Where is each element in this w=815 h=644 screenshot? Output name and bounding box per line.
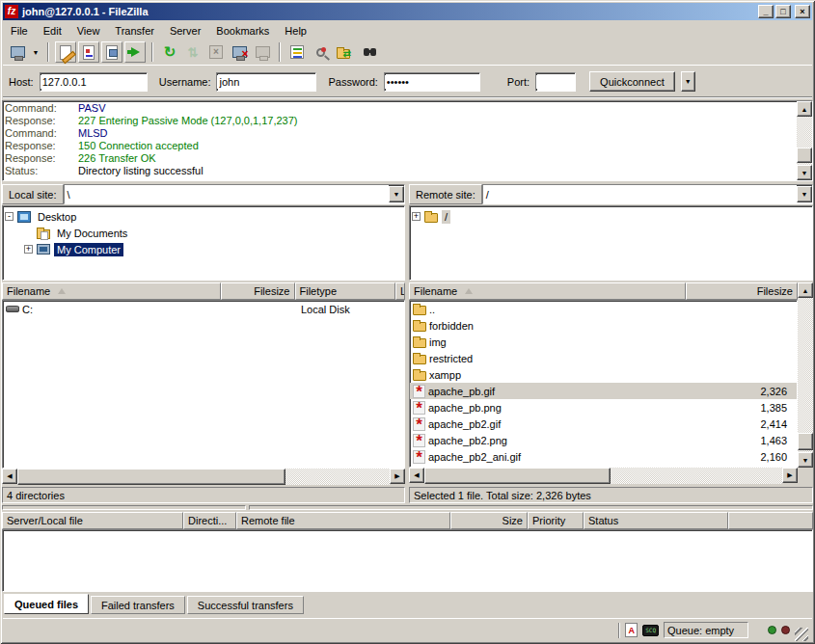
column-filesize[interactable]: Filesize	[221, 282, 295, 300]
combo-dropdown-icon[interactable]: ▼	[389, 186, 404, 202]
menu-view[interactable]: View	[69, 23, 108, 39]
tree-item-root[interactable]: + /	[412, 208, 810, 225]
image-file-icon	[413, 385, 425, 398]
maximize-button[interactable]: □	[775, 5, 791, 18]
process-queue-icon[interactable]: ⇅	[182, 41, 204, 63]
folder-icon	[413, 338, 426, 348]
expand-icon[interactable]: +	[24, 245, 33, 254]
collapse-icon[interactable]: -	[5, 212, 14, 221]
menu-file[interactable]: File	[3, 23, 36, 39]
message-log-lines: Command:PASV Response:227 Entering Passi…	[3, 101, 797, 180]
toggle-remote-tree-icon[interactable]	[101, 41, 122, 63]
log-vertical-scrollbar[interactable]: ▲ ▼	[797, 101, 812, 180]
remote-file-row-selected[interactable]: apache_pb.gif 2,326	[410, 383, 797, 399]
scroll-right-icon[interactable]: ▶	[390, 469, 405, 484]
quickconnect-button[interactable]: Quickconnect	[589, 71, 675, 92]
folder-icon	[413, 371, 426, 381]
remote-file-row[interactable]: ..	[410, 301, 797, 317]
column-direction[interactable]: Directi...	[183, 512, 236, 529]
local-horizontal-scrollbar[interactable]: ◀ ▶	[2, 469, 405, 485]
image-file-icon	[413, 450, 425, 464]
menu-help[interactable]: Help	[277, 23, 314, 39]
column-remote-file[interactable]: Remote file	[236, 512, 450, 529]
minimize-button[interactable]: _	[758, 5, 774, 18]
menu-server[interactable]: Server	[162, 23, 208, 39]
menu-bookmarks[interactable]: Bookmarks	[208, 23, 277, 39]
tree-item-my-documents[interactable]: My Documents	[5, 225, 402, 241]
remote-file-row[interactable]: img	[410, 334, 797, 350]
queue-splitter[interactable]	[2, 505, 246, 510]
column-filetype[interactable]: Filetype	[295, 282, 396, 300]
toggle-log-view-icon[interactable]	[55, 41, 76, 63]
tab-queued-files[interactable]: Queued files	[4, 594, 89, 614]
column-filesize[interactable]: Filesize	[686, 282, 798, 300]
remote-file-row[interactable]: xampp	[410, 366, 797, 383]
port-input[interactable]	[536, 75, 575, 89]
log-line: Command:MLSD	[5, 127, 795, 140]
log-line: Command:PASV	[5, 102, 795, 115]
scroll-left-icon[interactable]: ◀	[409, 468, 424, 483]
scroll-down-icon[interactable]: ▼	[798, 452, 813, 468]
site-manager-icon[interactable]	[7, 41, 28, 63]
filter-icon[interactable]	[286, 41, 308, 63]
local-file-row[interactable]: C: Local Disk	[3, 301, 404, 317]
queue-header: Server/Local file Directi... Remote file…	[2, 512, 813, 529]
username-input[interactable]	[217, 75, 315, 89]
reconnect-icon[interactable]	[252, 41, 273, 63]
scroll-up-icon[interactable]: ▲	[798, 282, 813, 298]
remote-horizontal-scrollbar[interactable]: ◀ ▶	[409, 468, 798, 484]
tab-successful-transfers[interactable]: Successful transfers	[187, 596, 304, 614]
tree-item-desktop[interactable]: - Desktop	[5, 208, 402, 225]
column-status[interactable]: Status	[584, 512, 728, 529]
scroll-down-icon[interactable]: ▼	[797, 165, 812, 180]
toggle-local-tree-icon[interactable]	[78, 41, 99, 63]
host-input[interactable]	[41, 75, 147, 89]
toggle-queue-icon[interactable]	[124, 41, 146, 63]
quickconnect-dropdown-icon[interactable]: ▼	[681, 71, 695, 92]
queue-tabs: Queued files Failed transfers Successful…	[4, 594, 304, 615]
column-size[interactable]: Size	[450, 512, 528, 529]
image-file-icon	[413, 417, 425, 431]
remote-file-row[interactable]: apache_pb2.gif 2,414	[410, 416, 797, 432]
expand-icon[interactable]: +	[412, 212, 421, 221]
password-input[interactable]	[385, 75, 479, 89]
refresh-icon[interactable]: ↻	[159, 41, 180, 63]
remote-vertical-scrollbar[interactable]: ▲ ▼	[798, 282, 813, 468]
scroll-up-icon[interactable]: ▲	[797, 101, 812, 117]
synchronized-browsing-icon[interactable]	[333, 41, 354, 63]
remote-tree: + /	[409, 205, 813, 281]
remote-file-row[interactable]: apache_pb2_ani.gif 2,160	[410, 448, 797, 465]
close-button[interactable]: ×	[795, 5, 810, 18]
log-line: Response:226 Transfer OK	[5, 152, 795, 165]
tree-item-my-computer[interactable]: + My Computer	[5, 241, 402, 257]
menu-transfer[interactable]: Transfer	[107, 23, 162, 39]
column-server-local-file[interactable]: Server/Local file	[2, 512, 183, 529]
site-manager-dropdown-icon[interactable]: ▼	[30, 41, 41, 63]
password-field-frame	[384, 72, 480, 92]
folder-icon	[413, 355, 426, 364]
queue-list-body[interactable]	[2, 529, 813, 592]
column-filename[interactable]: Filename	[2, 282, 221, 300]
column-last-modified[interactable]: L	[395, 282, 405, 300]
tab-failed-transfers[interactable]: Failed transfers	[91, 596, 185, 614]
remote-file-row[interactable]: apache_pb2.png 1,463	[410, 432, 797, 448]
title-bar[interactable]: fz john@127.0.0.1 - FileZilla _ □ ×	[3, 3, 812, 20]
resize-grip[interactable]	[795, 628, 808, 641]
directory-comparison-icon[interactable]	[310, 41, 331, 63]
find-files-icon[interactable]	[356, 41, 377, 63]
remote-file-row[interactable]: restricted	[410, 350, 797, 366]
remote-file-row[interactable]: apache_pb.png 1,385	[410, 399, 797, 416]
cancel-operation-icon[interactable]: ×	[205, 41, 227, 63]
queue-splitter[interactable]	[249, 505, 813, 510]
scroll-left-icon[interactable]: ◀	[2, 469, 17, 484]
remote-file-row[interactable]: forbidden	[410, 317, 797, 334]
remote-site-combo[interactable]: / ▼	[482, 184, 813, 204]
scroll-right-icon[interactable]: ▶	[782, 468, 798, 483]
disconnect-icon[interactable]: ×	[229, 41, 250, 63]
local-list-header: Filename Filesize Filetype L	[2, 282, 405, 300]
local-site-combo[interactable]: \ ▼	[64, 184, 405, 204]
combo-dropdown-icon[interactable]: ▼	[797, 186, 812, 202]
column-priority[interactable]: Priority	[528, 512, 584, 529]
menu-edit[interactable]: Edit	[36, 23, 69, 39]
column-filename[interactable]: Filename	[409, 282, 686, 300]
